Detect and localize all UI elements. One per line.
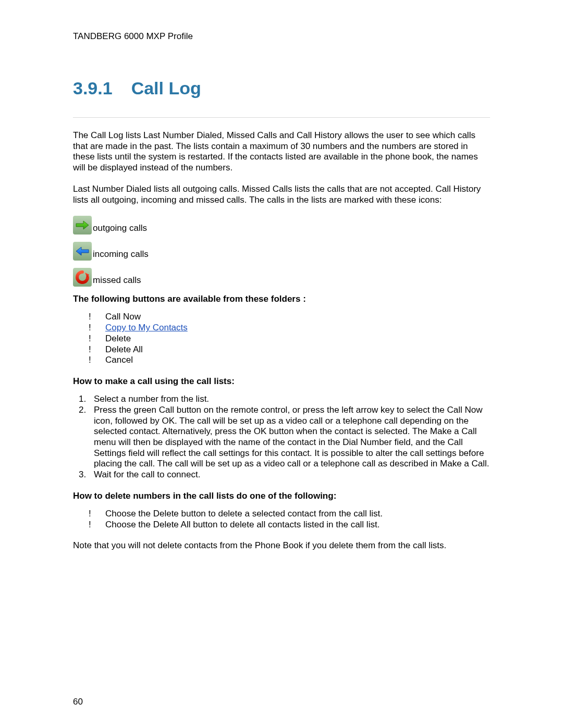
available-buttons-list: Call Now Copy to My Contacts Delete Dele… — [73, 312, 490, 366]
intro-paragraph-2: Last Number Dialed lists all outgoing ca… — [73, 184, 490, 205]
icon-row-missed: missed calls — [73, 268, 490, 287]
list-item: Delete — [89, 334, 490, 344]
icon-row-incoming: incoming calls — [73, 242, 490, 261]
list-item: Choose the Delete All button to delete a… — [89, 520, 490, 530]
list-item: Select a number from the list. — [89, 394, 490, 405]
list-item: Wait for the call to connect. — [89, 470, 490, 480]
available-buttons-heading: The following buttons are available from… — [73, 294, 490, 304]
how-to-delete-list: Choose the Delete button to delete a sel… — [73, 509, 490, 530]
section-title-text: Call Log — [131, 78, 201, 98]
section-number: 3.9.1 — [73, 78, 113, 98]
outgoing-calls-icon — [73, 216, 92, 235]
how-to-call-list: Select a number from the list. Press the… — [73, 394, 490, 480]
header-product: TANDBERG 6000 MXP Profile — [73, 31, 490, 42]
list-item: Delete All — [89, 344, 490, 355]
note-paragraph: Note that you will not delete contacts f… — [73, 540, 490, 551]
list-item: Press the green Call button on the remot… — [89, 405, 490, 470]
missed-label: missed calls — [93, 275, 141, 287]
list-item: Call Now — [89, 312, 490, 323]
copy-to-my-contacts-link[interactable]: Copy to My Contacts — [105, 323, 188, 332]
list-item: Cancel — [89, 355, 490, 366]
icon-row-outgoing: outgoing calls — [73, 216, 490, 235]
incoming-calls-icon — [73, 242, 92, 261]
outgoing-label: outgoing calls — [93, 223, 147, 235]
intro-paragraph-1: The Call Log lists Last Number Dialed, M… — [73, 130, 490, 174]
page-number: 60 — [73, 697, 83, 707]
missed-calls-icon — [73, 268, 92, 287]
document-page: TANDBERG 6000 MXP Profile 3.9.1Call Log … — [0, 0, 563, 728]
list-item: Copy to My Contacts — [89, 323, 490, 334]
divider — [73, 117, 490, 118]
how-to-delete-heading: How to delete numbers in the call lists … — [73, 491, 490, 501]
incoming-label: incoming calls — [93, 249, 149, 261]
list-item: Choose the Delete button to delete a sel… — [89, 509, 490, 520]
section-heading: 3.9.1Call Log — [73, 78, 490, 98]
how-to-call-heading: How to make a call using the call lists: — [73, 376, 490, 387]
